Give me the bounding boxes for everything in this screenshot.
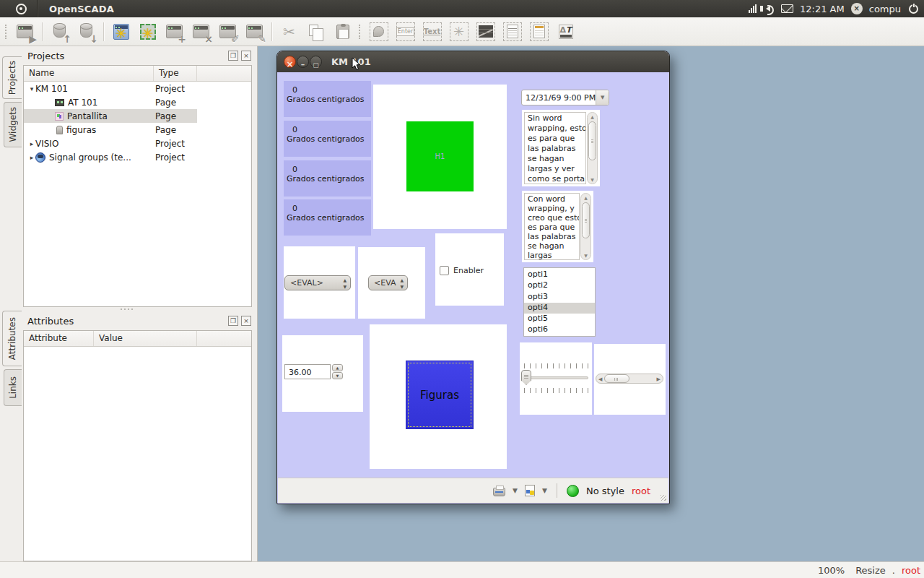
tree-row-figuras[interactable]: figuras Page [24, 123, 251, 137]
projects-tree-header[interactable]: Name Type [24, 66, 251, 82]
datetime-combo[interactable]: 12/31/69 9:00 PM ▼ [521, 90, 609, 105]
side-tab-widgets[interactable]: Widgets [4, 102, 22, 147]
expander-icon[interactable]: ▾ [28, 85, 35, 92]
network-signal-icon[interactable] [749, 4, 757, 13]
print-dropdown-arrow[interactable]: ▼ [513, 487, 518, 494]
toolbar-widget-media-button[interactable]: ✳ [445, 20, 472, 44]
toolbar-add-item-button[interactable]: + [161, 20, 188, 44]
attributes-close-button[interactable]: × [241, 316, 251, 326]
expander-icon[interactable]: ▸ [28, 154, 35, 161]
slider-ticks-bottom [524, 388, 588, 393]
toolbar-widget-text-button[interactable]: Text [419, 20, 445, 44]
enabler-checkbox[interactable] [440, 266, 449, 275]
toolbar-grip[interactable] [359, 25, 362, 39]
toolbar-widget-formfield-button[interactable]: Enter [392, 20, 419, 44]
toolbar-widget-protocol-button[interactable] [499, 20, 526, 44]
slider-groove[interactable] [523, 376, 588, 379]
h1-green-square[interactable]: H1 [406, 121, 474, 191]
window-resize-grip[interactable] [661, 495, 666, 501]
scroll-left-arrow[interactable]: ◀ [598, 376, 602, 382]
window-maximize-button[interactable] [310, 56, 322, 68]
dock-splitter[interactable] [87, 307, 166, 311]
toolbar-grip[interactable] [5, 25, 9, 39]
mail-icon[interactable] [781, 4, 793, 13]
toolbar-cut-button[interactable]: ✂ [276, 20, 302, 44]
side-tab-attributes[interactable]: Attributes [2, 311, 22, 366]
figuras-page-icon [56, 126, 63, 134]
toolbar-db-save-button[interactable]: ↓ [73, 20, 100, 44]
spinbox-buttons[interactable]: ▲▼ [332, 364, 343, 379]
toolbar-db-load-button[interactable]: ↑ [46, 20, 73, 44]
text-area-wrap[interactable]: Con wordwrapping, ycreo que estoes para … [522, 191, 593, 262]
app-statusbar: 100% Resize . root [0, 561, 924, 578]
scrollbar-thumb[interactable] [604, 374, 629, 383]
toolbar-item-properties-button[interactable]: ✐ [214, 20, 241, 44]
status-green-indicator[interactable] [567, 485, 579, 497]
datetime-dropdown-button[interactable]: ▼ [596, 90, 609, 105]
text-area-nowrap-content[interactable]: Sin wordwrapping, estoes para quelas pal… [524, 112, 586, 184]
toolbar-copy-button[interactable] [302, 20, 329, 44]
ubuntu-logo-icon[interactable] [16, 4, 27, 14]
toolbar-item-edit-button[interactable]: ✎ [241, 20, 268, 44]
side-tab-projects[interactable]: Projects [2, 56, 22, 99]
eval-combo[interactable]: <EVAL> ▲▼ [284, 275, 351, 290]
tree-row-pantallita[interactable]: Pantallita Page [24, 109, 251, 123]
power-icon[interactable] [909, 4, 918, 14]
tree-row-visio[interactable]: ▸ VISIO Project [24, 137, 251, 150]
volume-icon[interactable] [763, 6, 770, 12]
list-item[interactable]: opti1 [524, 269, 595, 280]
toolbar-run-project-button[interactable]: ▶ [12, 20, 38, 44]
toolbar-delete-item-button[interactable]: × [188, 20, 214, 44]
toolbar-new-library-button[interactable]: ✳ [134, 20, 161, 44]
eva-spinbox[interactable]: <EVA ▲▼ [368, 275, 408, 290]
username[interactable]: compu [869, 4, 901, 14]
km101-titlebar[interactable]: KM 101 [277, 51, 669, 72]
attributes-float-button[interactable]: ❐ [228, 316, 238, 326]
thermo-widget-3[interactable]: 0Grados centigrados [284, 160, 371, 197]
attributes-table-header[interactable]: Attribute Value [24, 331, 251, 347]
projects-float-button[interactable]: ❐ [228, 51, 238, 61]
thermo-widget-4[interactable]: 0Grados centigrados [284, 199, 371, 236]
toolbar-widget-document-button[interactable] [526, 20, 552, 44]
session-menu-icon[interactable]: × [851, 3, 863, 14]
text-area-nowrap[interactable]: Sin wordwrapping, estoes para quelas pal… [522, 110, 600, 186]
thermo-widget-2[interactable]: 0Grados centigrados [284, 121, 371, 157]
list-item[interactable]: opti6 [524, 324, 595, 335]
side-tab-links[interactable]: Links [4, 369, 22, 406]
export-icon[interactable] [525, 485, 535, 496]
figures-panel: Figuras [370, 324, 507, 469]
style-label[interactable]: No style [586, 486, 624, 496]
toolbar-new-project-button[interactable]: ✳ [108, 20, 134, 44]
export-dropdown-arrow[interactable]: ▼ [542, 487, 547, 494]
thermo-widget-1[interactable]: 0Grados centigrados [284, 81, 371, 117]
clock[interactable]: 12:21 AM [800, 4, 845, 14]
window-close-button[interactable] [284, 56, 296, 68]
slider-handle[interactable] [521, 370, 531, 385]
toolbar-widget-values-button[interactable]: ΔT [552, 20, 579, 44]
km101-statusbar: ▼ ▼ No style root [278, 478, 668, 503]
window-user-label[interactable]: root [632, 486, 650, 496]
toolbar-widget-figure-button[interactable] [365, 20, 392, 44]
figures-blue-square[interactable]: Figuras [406, 361, 474, 429]
projects-close-button[interactable]: × [241, 51, 251, 61]
value-spinbox[interactable]: 36.00 [284, 364, 331, 379]
horizontal-scrollbar[interactable]: ◀ ▶ [596, 374, 663, 384]
toolbar-widget-diagram-button[interactable] [472, 20, 499, 44]
expander-icon[interactable]: ▸ [28, 140, 35, 147]
vertical-scrollbar[interactable] [580, 193, 591, 260]
list-item[interactable]: opti5 [524, 314, 595, 324]
tree-row-at101[interactable]: AT 101 Page [24, 95, 251, 109]
scroll-right-arrow[interactable]: ▶ [657, 376, 661, 382]
toolbar-paste-button[interactable] [329, 20, 356, 44]
text-area-wrap-content[interactable]: Con wordwrapping, ycreo que estoes para … [524, 193, 580, 260]
tree-row-signal-groups[interactable]: ▸ Signal groups (te... Project [24, 150, 251, 164]
list-item[interactable]: opti2 [524, 280, 595, 291]
vertical-scrollbar[interactable] [587, 112, 598, 184]
list-item[interactable]: opti3 [524, 292, 595, 303]
list-item-selected[interactable]: opti4 [524, 303, 595, 314]
tree-row-km101[interactable]: ▾ KM 101 Project [24, 82, 251, 95]
window-minimize-button[interactable] [297, 56, 309, 68]
main-toolbar: ▶ ↑ ↓ ✳ ✳ + × ✐ ✎ ✂ Enter Text ✳ ΔT [0, 17, 924, 46]
print-icon[interactable] [493, 488, 505, 496]
options-list[interactable]: opti1 opti2 opti3 opti4 opti5 opti6 [523, 267, 596, 337]
